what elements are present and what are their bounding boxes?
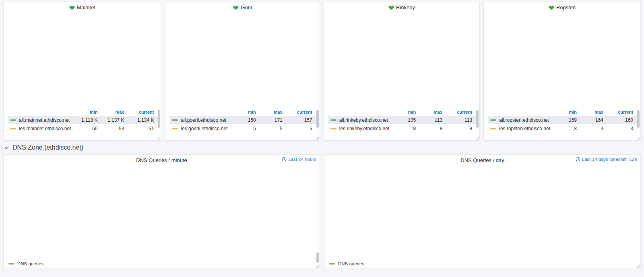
legend-scrollbar-thumb[interactable]	[637, 110, 640, 128]
series-min: 105	[389, 117, 416, 123]
legend-col-max[interactable]: max	[97, 110, 124, 115]
legend-series-toggle[interactable]: all.goerli.ethdisco.net	[172, 117, 229, 123]
series-name[interactable]: DNS queries	[17, 261, 43, 266]
panel-resize-handle[interactable]	[636, 136, 640, 140]
panel-title-label: Ropsten	[556, 4, 576, 10]
panel-resize-handle[interactable]	[315, 136, 319, 140]
panel-resize-handle[interactable]	[315, 264, 319, 268]
network-chart[interactable]	[484, 12, 640, 108]
legend-col-max[interactable]: max	[577, 110, 603, 115]
series-current: 113	[442, 117, 472, 123]
series-color-dash-icon	[330, 128, 336, 129]
legend-col-current[interactable]: current	[124, 110, 154, 115]
series-name: les.rinkeby.ethdisco.net	[339, 126, 390, 131]
series-max: 8	[416, 126, 442, 131]
series-max: 113	[416, 117, 442, 123]
network-chart[interactable]	[4, 12, 161, 108]
health-heart-icon	[69, 5, 75, 10]
series-color-dash-icon	[329, 263, 335, 265]
chevron-down-icon	[4, 145, 9, 150]
series-name: all.mainnet.ethdisco.net	[19, 117, 70, 123]
legend-col-current[interactable]: current	[603, 110, 633, 115]
legend-scrollbar-thumb[interactable]	[158, 110, 160, 128]
legend-header: min max current	[488, 108, 637, 116]
legend-series-toggle[interactable]: all.mainnet.ethdisco.net	[10, 117, 71, 123]
network-chart[interactable]	[324, 12, 480, 108]
legend-scrollbar-thumb[interactable]	[316, 110, 319, 128]
legend-series-toggle[interactable]: les.ropsten.ethdisco.net	[490, 126, 550, 131]
legend-scrollbar-thumb[interactable]	[476, 110, 479, 128]
legend-col-current[interactable]: current	[283, 110, 312, 115]
panel-resize-handle[interactable]	[157, 136, 161, 140]
series-name[interactable]: DNS queries	[338, 261, 364, 266]
legend-col-min[interactable]: min	[389, 110, 416, 115]
panel-title[interactable]: DNS Queries / minute	[136, 157, 187, 163]
dns-minute-chart[interactable]	[4, 165, 320, 259]
series-name: les.mainnet.ethdisco.net	[19, 126, 71, 131]
legend-series-toggle[interactable]: les.rinkeby.ethdisco.net	[330, 126, 390, 131]
panel-header: Rinkeby	[324, 2, 480, 12]
network-panel: Ropsten min max current all.ropsten.ethd…	[483, 2, 641, 141]
panel-resize-handle[interactable]	[475, 136, 479, 140]
series-min: 50	[71, 126, 97, 131]
panel-title-label: DNS Queries / minute	[136, 157, 187, 163]
legend-col-current[interactable]: current	[442, 110, 472, 115]
network-panel: Görli min max current all.goerli.ethdisc…	[165, 2, 320, 141]
legend-col-max[interactable]: max	[416, 110, 442, 115]
legend-header: min max current	[169, 108, 316, 116]
network-panel: Mainnet min max current all.mainnet.ethd…	[3, 2, 161, 141]
network-panels-row: Mainnet min max current all.mainnet.ethd…	[3, 2, 641, 141]
legend-series-toggle[interactable]: les.goerli.ethdisco.net	[172, 126, 229, 131]
dns-day-panel: DNS Queries / day Last 14 days timeshift…	[324, 154, 641, 269]
dns-day-chart[interactable]	[324, 165, 640, 259]
health-heart-icon	[233, 5, 239, 10]
series-max: 171	[256, 117, 283, 123]
legend-col-max[interactable]: max	[256, 110, 283, 115]
panel-resize-handle[interactable]	[636, 264, 640, 268]
series-max: 164	[577, 117, 603, 123]
panel-scrollbar-thumb[interactable]	[316, 252, 319, 263]
legend-row: all.goerli.ethdisco.net 150 171 157	[169, 116, 316, 124]
chart-legend: DNS queries	[4, 259, 320, 269]
legend-table: min max current all.ropsten.ethdisco.net…	[484, 108, 640, 133]
panel-title[interactable]: Rinkeby	[388, 4, 415, 10]
dns-minute-panel: DNS Queries / minute Last 24 hours DNS q…	[3, 154, 320, 269]
series-max: 1.137 K	[97, 117, 124, 123]
panel-title-label: Görli	[241, 4, 252, 10]
panel-header: DNS Queries / day Last 14 days timeshift…	[324, 155, 640, 165]
legend-row: all.mainnet.ethdisco.net 1.118 K 1.137 K…	[8, 116, 158, 124]
panel-title[interactable]: Mainnet	[69, 4, 95, 10]
series-max: 3	[577, 126, 603, 131]
panel-header: Mainnet	[4, 2, 161, 12]
series-name: all.rinkeby.ethdisco.net	[339, 117, 388, 123]
legend-col-min[interactable]: min	[550, 110, 577, 115]
time-range-link[interactable]: Last 24 hours	[282, 157, 316, 162]
series-color-dash-icon	[330, 119, 336, 121]
panel-title[interactable]: DNS Queries / day	[460, 157, 504, 163]
legend-series-toggle[interactable]: all.rinkeby.ethdisco.net	[330, 117, 390, 123]
section-dns-zone[interactable]: DNS Zone (ethdisco.net)	[3, 141, 641, 154]
series-color-dash-icon	[490, 128, 496, 129]
series-min: 8	[389, 126, 416, 131]
dns-panels-row: DNS Queries / minute Last 24 hours DNS q…	[3, 154, 641, 269]
legend-series-toggle[interactable]: all.ropsten.ethdisco.net	[490, 117, 550, 123]
series-current: 3	[603, 126, 633, 131]
time-range-link[interactable]: Last 14 days timeshift -12h	[576, 157, 637, 162]
legend-col-min[interactable]: min	[71, 110, 97, 115]
series-color-dash-icon	[8, 263, 14, 265]
legend-row: all.rinkeby.ethdisco.net 105 113 113	[328, 116, 477, 124]
legend-header: min max current	[8, 108, 158, 116]
series-min: 3	[550, 126, 577, 131]
series-current: 8	[442, 126, 472, 131]
health-heart-icon	[549, 5, 554, 10]
panel-title[interactable]: Ropsten	[549, 4, 576, 10]
legend-series-toggle[interactable]: les.mainnet.ethdisco.net	[10, 126, 71, 131]
panel-title[interactable]: Görli	[233, 4, 252, 10]
series-color-dash-icon	[172, 128, 178, 129]
clock-icon	[576, 157, 580, 162]
series-current: 160	[603, 117, 633, 123]
network-chart[interactable]	[165, 12, 319, 108]
legend-table: min max current all.mainnet.ethdisco.net…	[4, 108, 161, 133]
panel-title-label: DNS Queries / day	[460, 157, 504, 163]
legend-col-min[interactable]: min	[229, 110, 256, 115]
